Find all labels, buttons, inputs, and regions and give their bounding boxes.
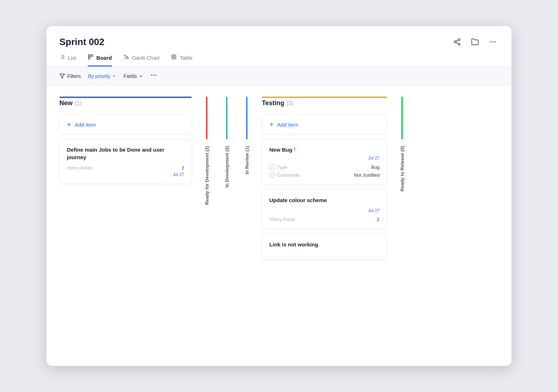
filters-button[interactable]: Filters bbox=[59, 73, 81, 79]
tab-gantt-label: Gantt Chart bbox=[132, 55, 160, 61]
comments-value: Not Justified bbox=[354, 172, 380, 178]
priority-label: By priority bbox=[88, 73, 110, 79]
column-in-dev-label: In Development (2) bbox=[224, 146, 230, 187]
column-ready-dev-label: Ready for Development (2) bbox=[204, 146, 210, 205]
card-new-bug-date: Jul 27 bbox=[368, 156, 380, 161]
add-item-new-label: Add item bbox=[75, 122, 96, 128]
card-define-jobs-title: Define main Jobs to be Done and user jou… bbox=[67, 146, 184, 161]
tab-board[interactable]: Board bbox=[88, 54, 112, 66]
share-icon[interactable] bbox=[451, 36, 463, 48]
column-in-dev: In Development (2) bbox=[217, 97, 236, 343]
card-colour-scheme-date: Jul 27 bbox=[368, 208, 380, 213]
type-value: Bug bbox=[371, 165, 380, 170]
svg-point-7 bbox=[495, 41, 496, 43]
type-check-icon: ✓ bbox=[269, 164, 275, 170]
column-testing-header: Testing (3) bbox=[262, 97, 387, 110]
column-new-title: New bbox=[59, 99, 73, 107]
svg-point-6 bbox=[492, 41, 494, 43]
svg-rect-16 bbox=[88, 57, 90, 59]
svg-rect-15 bbox=[91, 55, 93, 57]
add-item-testing[interactable]: + Add item bbox=[262, 115, 387, 134]
header-actions bbox=[451, 36, 499, 48]
card-colour-scheme-title: Update colour scheme bbox=[269, 196, 380, 204]
fields-button[interactable]: Fields bbox=[123, 73, 143, 79]
folder-icon[interactable] bbox=[469, 36, 481, 48]
tab-board-label: Board bbox=[96, 55, 112, 61]
svg-line-3 bbox=[456, 42, 458, 44]
card-define-jobs-date: Jul 27 bbox=[173, 172, 184, 177]
list-icon bbox=[59, 54, 65, 61]
column-in-review: In Review (1) bbox=[238, 97, 256, 343]
card-colour-scheme[interactable]: Update colour scheme Jul 27 #Story Point… bbox=[262, 190, 387, 229]
column-in-review-label: In Review (1) bbox=[244, 146, 250, 174]
filters-label: Filters bbox=[67, 73, 81, 79]
plus-icon: + bbox=[67, 121, 71, 128]
column-new-header: New (1) bbox=[59, 97, 192, 110]
card-new-bug-fields: ✓ Type Bug ✓ Comments Not Justified bbox=[269, 164, 380, 178]
tab-table[interactable]: Table bbox=[171, 54, 192, 66]
more-options-icon[interactable] bbox=[487, 36, 499, 48]
svg-rect-18 bbox=[126, 57, 127, 58]
app-window: Sprint 002 bbox=[46, 26, 512, 366]
card-field-comments: ✓ Comments Not Justified bbox=[269, 172, 380, 178]
plus-icon-testing: + bbox=[269, 121, 274, 128]
card-link-not-working[interactable]: Link is not working bbox=[262, 234, 387, 259]
page-title: Sprint 002 bbox=[59, 36, 104, 48]
fields-label: Fields bbox=[123, 73, 137, 79]
column-ready-dev: Ready for Development (2) bbox=[197, 97, 216, 343]
column-new: New (1) + Add item Define main Jobs to b… bbox=[59, 97, 192, 343]
toolbar: Filters By priority Fields bbox=[46, 67, 512, 86]
card-define-jobs-points: 2 bbox=[182, 165, 184, 171]
column-ready-release-label: Ready to Release (0) bbox=[400, 146, 405, 191]
card-define-jobs[interactable]: Define main Jobs to be Done and user jou… bbox=[59, 139, 192, 184]
column-ready-release: Ready to Release (0) bbox=[393, 97, 411, 343]
svg-point-29 bbox=[155, 74, 156, 75]
type-label: Type bbox=[277, 165, 287, 170]
board-icon bbox=[88, 54, 93, 61]
svg-rect-14 bbox=[88, 55, 90, 57]
svg-point-5 bbox=[490, 41, 491, 43]
add-item-testing-label: Add item bbox=[277, 122, 298, 128]
card-new-bug-title-row: New Bug ! bbox=[269, 146, 380, 153]
card-define-jobs-meta: #Story Points 2 bbox=[67, 165, 184, 171]
priority-filter-button[interactable]: By priority bbox=[88, 73, 116, 79]
column-new-count: (1) bbox=[75, 100, 82, 107]
column-new-bar bbox=[59, 97, 192, 98]
tabs-bar: List Board Gantt Chart Table bbox=[46, 48, 512, 67]
tab-gantt[interactable]: Gantt Chart bbox=[123, 54, 160, 66]
add-item-new[interactable]: + Add item bbox=[59, 115, 192, 134]
card-new-bug-title: New Bug bbox=[269, 146, 292, 153]
svg-point-27 bbox=[151, 74, 152, 75]
card-new-bug[interactable]: New Bug ! Jul 27 ✓ Type Bug bbox=[262, 139, 387, 185]
card-colour-scheme-points: 2 bbox=[377, 217, 380, 222]
header: Sprint 002 bbox=[46, 26, 512, 48]
tab-table-label: Table bbox=[180, 55, 192, 61]
svg-line-4 bbox=[456, 40, 458, 41]
card-link-not-working-title: Link is not working bbox=[269, 241, 380, 248]
svg-marker-26 bbox=[60, 74, 64, 78]
column-testing: Testing (3) + Add item New Bug ! Jul 27 bbox=[262, 97, 387, 343]
toolbar-more-icon[interactable] bbox=[150, 72, 499, 80]
board-area: New (1) + Add item Define main Jobs to b… bbox=[46, 86, 512, 354]
comments-check-icon: ✓ bbox=[269, 172, 275, 178]
card-define-jobs-tag: #Story Points bbox=[67, 166, 92, 171]
exclamation-icon: ! bbox=[294, 146, 295, 152]
column-testing-bar bbox=[262, 97, 387, 98]
column-in-review-bar bbox=[246, 97, 248, 139]
svg-point-28 bbox=[153, 74, 154, 75]
svg-rect-21 bbox=[172, 55, 176, 59]
column-testing-title: Testing bbox=[262, 99, 284, 107]
table-icon bbox=[171, 54, 177, 61]
column-ready-release-bar bbox=[401, 97, 403, 139]
tab-list[interactable]: List bbox=[59, 54, 76, 66]
card-colour-scheme-meta: #Story Points 2 bbox=[269, 217, 380, 222]
svg-rect-17 bbox=[124, 55, 126, 56]
column-testing-count: (3) bbox=[287, 100, 294, 107]
gantt-icon bbox=[123, 54, 129, 61]
column-ready-dev-bar bbox=[206, 97, 207, 139]
tab-list-label: List bbox=[68, 55, 76, 61]
column-in-dev-bar bbox=[226, 97, 227, 139]
comments-label: Comments bbox=[277, 172, 300, 178]
card-colour-scheme-tag: #Story Points bbox=[269, 217, 295, 222]
card-field-type: ✓ Type Bug bbox=[269, 164, 380, 170]
